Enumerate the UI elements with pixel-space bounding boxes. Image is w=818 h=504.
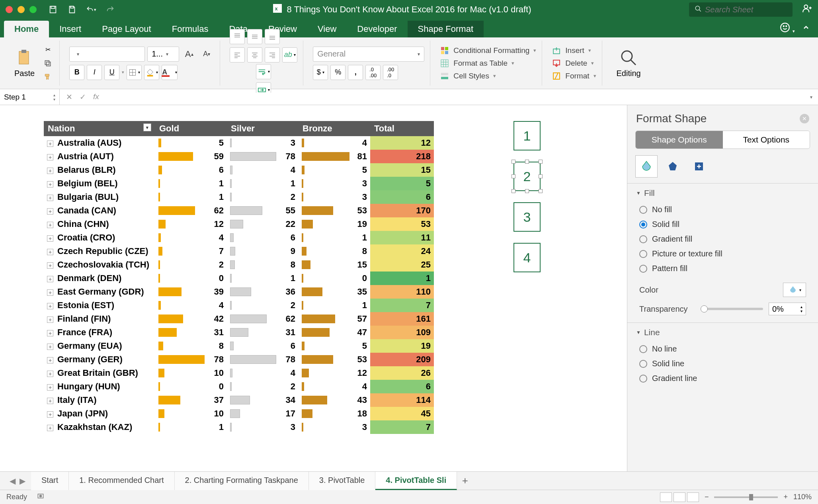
cell-total[interactable]: 218 bbox=[370, 150, 434, 163]
selection-handle[interactable] bbox=[539, 189, 543, 193]
cell-gold[interactable]: 0 bbox=[155, 380, 227, 393]
slicer-step-3[interactable]: 3 bbox=[513, 202, 541, 232]
cell-bronze[interactable]: 43 bbox=[299, 393, 370, 407]
cell-silver[interactable]: 55 bbox=[227, 204, 299, 217]
cell-silver[interactable]: 8 bbox=[227, 258, 299, 272]
pivot-table[interactable]: Nation▾GoldSilverBronzeTotal +Australia … bbox=[44, 121, 434, 434]
cell-bronze[interactable]: 57 bbox=[299, 312, 370, 326]
cell-nation[interactable]: +Denmark (DEN) bbox=[44, 272, 155, 285]
column-header-nation[interactable]: Nation▾ bbox=[44, 121, 155, 136]
table-row[interactable]: +Canada (CAN)625553170 bbox=[44, 204, 434, 217]
collapse-ribbon-icon[interactable] bbox=[802, 23, 810, 34]
cell-silver[interactable]: 3 bbox=[227, 420, 299, 434]
cell-silver[interactable]: 6 bbox=[227, 339, 299, 353]
cell-gold[interactable]: 5 bbox=[155, 136, 227, 150]
cell-silver[interactable]: 2 bbox=[227, 380, 299, 393]
insert-cells-button[interactable]: Insert▾ bbox=[552, 46, 596, 55]
tab-view[interactable]: View bbox=[307, 21, 347, 37]
table-row[interactable]: +Australia (AUS)53412 bbox=[44, 136, 434, 150]
slicer-step-2[interactable]: 2 bbox=[513, 162, 541, 191]
cell-silver[interactable]: 2 bbox=[227, 299, 299, 312]
wrap-text-icon[interactable]: ▾ bbox=[256, 64, 271, 79]
copy-icon[interactable] bbox=[42, 57, 54, 69]
column-header-silver[interactable]: Silver bbox=[227, 121, 299, 136]
percent-icon[interactable]: % bbox=[330, 65, 346, 80]
page-break-view-icon[interactable] bbox=[687, 492, 699, 502]
cell-bronze[interactable]: 53 bbox=[299, 353, 370, 366]
expand-icon[interactable]: + bbox=[47, 222, 53, 228]
cell-silver[interactable]: 2 bbox=[227, 190, 299, 204]
align-top-icon[interactable] bbox=[230, 29, 245, 44]
cell-total[interactable]: 5 bbox=[370, 177, 434, 190]
cell-bronze[interactable]: 19 bbox=[299, 217, 370, 231]
expand-icon[interactable]: + bbox=[47, 303, 53, 309]
cell-total[interactable]: 26 bbox=[370, 366, 434, 380]
italic-button[interactable]: I bbox=[87, 65, 102, 80]
cell-bronze[interactable]: 8 bbox=[299, 244, 370, 258]
size-properties-icon[interactable] bbox=[688, 155, 710, 178]
zoom-out-icon[interactable]: − bbox=[705, 493, 709, 501]
expand-icon[interactable]: + bbox=[47, 289, 53, 296]
cell-silver[interactable]: 4 bbox=[227, 366, 299, 380]
sheet-tab-3[interactable]: 3. PivotTable bbox=[309, 472, 376, 490]
fill-color-picker[interactable]: ▾ bbox=[783, 283, 806, 297]
zoom-value[interactable]: 110% bbox=[793, 493, 812, 501]
redo-icon[interactable] bbox=[105, 4, 115, 15]
table-row[interactable]: +Belarus (BLR)64515 bbox=[44, 163, 434, 177]
tab-formulas[interactable]: Formulas bbox=[162, 21, 219, 37]
table-row[interactable]: +Great Britain (GBR)1041226 bbox=[44, 366, 434, 380]
fill-option-gradient-fill[interactable]: Gradient fill bbox=[639, 234, 806, 244]
expand-icon[interactable]: + bbox=[47, 249, 53, 255]
selection-handle[interactable] bbox=[511, 189, 515, 193]
cell-nation[interactable]: +Czechoslovakia (TCH) bbox=[44, 258, 155, 272]
table-row[interactable]: +Czech Republic (CZE)79824 bbox=[44, 244, 434, 258]
add-sheet-button[interactable]: + bbox=[457, 475, 473, 487]
sheet-tab-1[interactable]: 1. Recommended Chart bbox=[69, 472, 174, 490]
conditional-formatting-button[interactable]: Conditional Formatting▾ bbox=[440, 46, 536, 55]
paste-button[interactable]: Paste bbox=[10, 46, 39, 80]
cell-nation[interactable]: +Australia (AUS) bbox=[44, 136, 155, 150]
expand-icon[interactable]: + bbox=[47, 195, 53, 201]
cell-bronze[interactable]: 3 bbox=[299, 190, 370, 204]
undo-icon[interactable]: ▾ bbox=[86, 4, 96, 15]
cell-silver[interactable]: 9 bbox=[227, 244, 299, 258]
slicer-step-4[interactable]: 4 bbox=[513, 243, 541, 272]
decrease-decimal-icon[interactable]: .00.0 bbox=[383, 65, 398, 80]
expand-icon[interactable]: + bbox=[47, 235, 53, 242]
cell-nation[interactable]: +Japan (JPN) bbox=[44, 407, 155, 420]
table-row[interactable]: +Hungary (HUN)0246 bbox=[44, 380, 434, 393]
expand-icon[interactable]: + bbox=[47, 208, 53, 215]
expand-icon[interactable]: + bbox=[47, 262, 53, 269]
cell-gold[interactable]: 10 bbox=[155, 366, 227, 380]
table-row[interactable]: +Italy (ITA)373443114 bbox=[44, 393, 434, 407]
cell-nation[interactable]: +Finland (FIN) bbox=[44, 312, 155, 326]
sheet-tab-2[interactable]: 2. Charting Formating Taskpane bbox=[175, 472, 309, 490]
cell-bronze[interactable]: 3 bbox=[299, 420, 370, 434]
cell-bronze[interactable]: 12 bbox=[299, 366, 370, 380]
cell-nation[interactable]: +Germany (EUA) bbox=[44, 339, 155, 353]
cell-gold[interactable]: 1 bbox=[155, 177, 227, 190]
cell-total[interactable]: 7 bbox=[370, 299, 434, 312]
cell-total[interactable]: 6 bbox=[370, 190, 434, 204]
cell-total[interactable]: 114 bbox=[370, 393, 434, 407]
cell-bronze[interactable]: 18 bbox=[299, 407, 370, 420]
expand-icon[interactable]: + bbox=[47, 344, 53, 350]
bold-button[interactable]: B bbox=[69, 65, 84, 80]
fill-option-no-fill[interactable]: No fill bbox=[639, 205, 806, 214]
table-row[interactable]: +Germany (GER)787853209 bbox=[44, 353, 434, 366]
table-row[interactable]: +Czechoslovakia (TCH)281525 bbox=[44, 258, 434, 272]
filter-nation-icon[interactable]: ▾ bbox=[143, 123, 151, 131]
cell-nation[interactable]: +France (FRA) bbox=[44, 326, 155, 339]
slicer-step-1[interactable]: 1 bbox=[513, 121, 541, 150]
fill-section-header[interactable]: ▼Fill bbox=[627, 184, 818, 203]
cell-total[interactable]: 45 bbox=[370, 407, 434, 420]
format-painter-icon[interactable] bbox=[42, 71, 54, 83]
cell-nation[interactable]: +Croatia (CRO) bbox=[44, 231, 155, 244]
cell-silver[interactable]: 1 bbox=[227, 177, 299, 190]
cell-total[interactable]: 170 bbox=[370, 204, 434, 217]
column-header-bronze[interactable]: Bronze bbox=[299, 121, 370, 136]
text-options-tab[interactable]: Text Options bbox=[723, 131, 810, 148]
search-input[interactable] bbox=[705, 5, 787, 14]
cell-nation[interactable]: +Germany (GER) bbox=[44, 353, 155, 366]
close-pane-icon[interactable]: ✕ bbox=[800, 114, 809, 123]
